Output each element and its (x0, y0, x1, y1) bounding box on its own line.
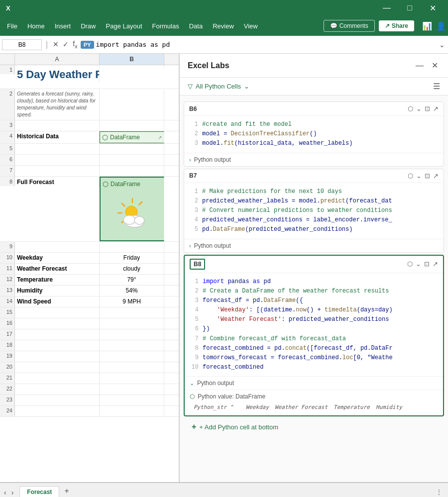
output-label: Python output (194, 242, 231, 249)
output-label: Python output (197, 380, 234, 387)
chevron-icon[interactable]: ⌄ (416, 172, 422, 180)
labs-content: B6 ⬡ ⌄ ⊡ ↗ 1#create and fit the model 2m… (180, 96, 448, 482)
labs-toolbar: ▽ All Python Cells ⌄ ☰ (180, 78, 448, 96)
cell-ref-b7: B7 (189, 172, 197, 179)
spreadsheet-title: 5 Day Weather Forecast (17, 68, 100, 81)
row-num: 9 (0, 242, 15, 252)
comments-button[interactable]: 💬 Comments (324, 20, 375, 32)
weather-icon-container (103, 189, 162, 239)
menu-draw[interactable]: Draw (76, 20, 101, 32)
python-output-b7[interactable]: › Python output (184, 239, 444, 252)
row-num: 13 (0, 286, 15, 296)
menu-file[interactable]: File (2, 20, 22, 32)
formula-expand-icon[interactable]: ⌄ (438, 40, 446, 50)
row-num: 6 (0, 155, 15, 165)
diamond-icon[interactable]: ⬡ (408, 105, 413, 112)
table-row: 18 (0, 340, 179, 351)
filter-label: All Python Cells (196, 83, 241, 90)
labs-minimize-button[interactable]: — (414, 60, 426, 71)
diamond-icon[interactable]: ⬡ (408, 172, 413, 180)
confirm-formula-icon[interactable]: ✓ (62, 39, 70, 49)
sheet-tab-forecast[interactable]: Forecast (19, 486, 59, 497)
table-row: 9 (0, 242, 179, 253)
cell-ref-b6: B6 (189, 105, 197, 112)
share-button[interactable]: ↗ Share (379, 20, 414, 31)
add-python-cell-button[interactable]: + + Add Python cell at bottom (184, 418, 444, 435)
excel-icon: X (4, 3, 14, 13)
cell-b4[interactable]: ⬡ DataFrame ↗ (100, 131, 164, 143)
cell-b12: 79° (100, 275, 164, 285)
python-output-b8[interactable]: ⌄ Python output (185, 376, 443, 390)
menu-data[interactable]: Data (184, 20, 208, 32)
filter-button[interactable]: ▽ All Python Cells ⌄ (188, 83, 249, 90)
dataframe-preview: Python_str " Weekday Weather Forecast Te… (190, 402, 438, 412)
name-box[interactable] (2, 39, 42, 50)
menu-bar: File Home Insert Draw Page Layout Formul… (0, 16, 448, 36)
close-button[interactable]: ✕ (421, 0, 444, 16)
filter-icon: ▽ (188, 83, 193, 90)
python-badge: PY (81, 41, 94, 49)
row-num: 3 (0, 120, 15, 131)
menu-home[interactable]: Home (22, 20, 50, 32)
sheet-options-button[interactable]: ⋮ (432, 487, 446, 497)
expand-icon[interactable]: ↗ (433, 172, 439, 180)
svg-text:X: X (6, 4, 10, 12)
expand-icon[interactable]: ↗ (433, 260, 438, 268)
python-output-b6[interactable]: › Python output (184, 153, 444, 166)
labs-title: Excel Labs (188, 61, 229, 70)
chevron-icon[interactable]: ⌄ (416, 260, 421, 268)
menu-insert[interactable]: Insert (50, 20, 76, 32)
menu-formulas[interactable]: Formulas (147, 20, 184, 32)
sheet-prev-button[interactable]: ‹ (2, 488, 8, 497)
menu-view[interactable]: View (239, 20, 263, 32)
chevron-icon[interactable]: ⌄ (416, 105, 422, 112)
table-row: 23 (0, 395, 179, 406)
spreadsheet: A B 1 5 Day Weather Forecast 2 Generates… (0, 54, 179, 482)
row-num: 8 (0, 177, 15, 186)
code-block-header: B8 ⬡ ⌄ ⊡ ↗ (185, 256, 443, 273)
save-icon[interactable]: ⊡ (425, 172, 430, 180)
menu-icon[interactable]: ☰ (433, 82, 440, 91)
row-num: 4 (0, 131, 15, 143)
cancel-formula-icon[interactable]: ✕ (52, 39, 60, 49)
cell-a11: Weather Forecast (15, 264, 100, 274)
person-icon: 👤 (436, 21, 446, 31)
table-row: 15 (0, 307, 179, 318)
code-area-b8: 1import pandas as pd 2# Create a DataFra… (185, 273, 443, 377)
add-sheet-button[interactable]: + (59, 485, 74, 497)
svg-line-3 (121, 203, 125, 206)
table-row: 4 Historical Data ⬡ DataFrame ↗ (0, 131, 179, 144)
table-row: 13 Humidity 54% (0, 286, 179, 297)
formula-input[interactable] (96, 41, 436, 48)
function-icon[interactable]: fx (72, 39, 79, 50)
menu-review[interactable]: Review (208, 20, 239, 32)
svg-line-6 (139, 201, 142, 205)
python-value: ⬡ Python value: DataFrame Python_str " W… (185, 390, 443, 415)
plus-icon: + (192, 422, 196, 431)
diamond-icon[interactable]: ⬡ (407, 260, 413, 268)
menu-pagelayout[interactable]: Page Layout (101, 20, 147, 32)
output-chevron-icon: ⌄ (190, 380, 194, 387)
expand-icon[interactable]: ↗ (433, 105, 439, 112)
minimize-button[interactable]: — (375, 0, 398, 16)
table-row: 19 (0, 351, 179, 362)
table-row: 11 Weather Forecast cloudy (0, 264, 179, 275)
cell-b1 (100, 65, 164, 68)
maximize-button[interactable]: □ (398, 0, 421, 16)
cell-b8[interactable]: ⬡ DataFrame (100, 177, 164, 241)
title-bar: X — □ ✕ (0, 0, 448, 16)
main-area: A B 1 5 Day Weather Forecast 2 Generates… (0, 54, 448, 482)
value-label: Python value: DataFrame (198, 393, 265, 400)
dataframe-label: DataFrame (111, 181, 140, 188)
save-icon[interactable]: ⊡ (425, 105, 430, 112)
cell-a3 (15, 120, 100, 131)
table-row: 24 (0, 406, 179, 417)
table-row: 2 Generates a forecast (sunny, rainy, cl… (0, 89, 179, 120)
dataframe-icon: ⬡ (103, 180, 109, 188)
save-icon[interactable]: ⊡ (424, 260, 430, 268)
sheet-next-button[interactable]: › (9, 488, 16, 497)
code-block-header: B7 ⬡ ⌄ ⊡ ↗ (184, 169, 444, 183)
labs-close-button[interactable]: ✕ (430, 60, 440, 71)
chevron-down-icon: ⌄ (244, 83, 249, 90)
cell-a8: Full Forecast (15, 177, 100, 187)
